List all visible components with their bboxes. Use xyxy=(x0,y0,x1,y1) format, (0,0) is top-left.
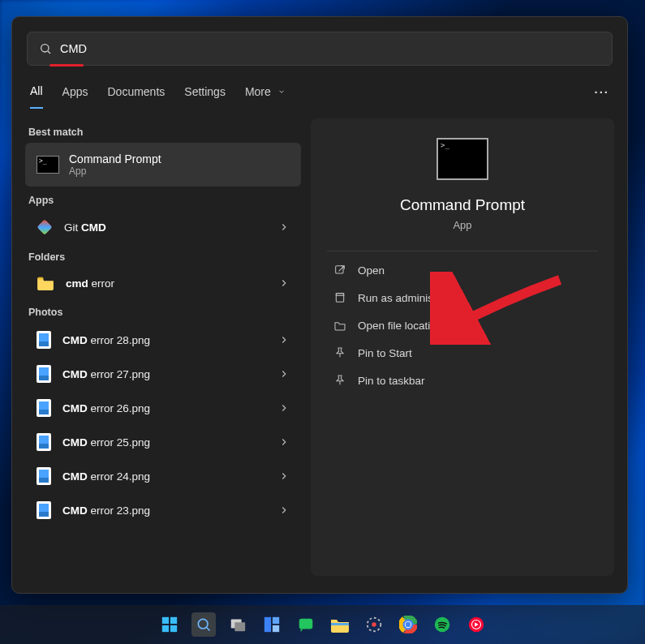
overflow-menu-button[interactable]: ··· xyxy=(594,85,609,109)
chevron-right-icon xyxy=(278,402,290,414)
taskbar-app-explorer[interactable] xyxy=(328,612,352,637)
search-query-text: CMD xyxy=(60,42,87,55)
svg-rect-4 xyxy=(336,266,343,273)
action-pin-to-taskbar[interactable]: Pin to taskbar xyxy=(327,367,598,394)
result-label: CMD error 23.png xyxy=(62,504,267,517)
taskbar-app-chrome[interactable] xyxy=(396,612,420,637)
chevron-right-icon xyxy=(278,504,290,516)
detail-title: Command Prompt xyxy=(400,196,525,214)
command-prompt-icon xyxy=(37,156,59,174)
shield-icon xyxy=(333,291,346,304)
image-file-icon xyxy=(37,467,51,485)
folder-icon xyxy=(330,616,350,633)
action-run-as-administrator[interactable]: Run as administrator xyxy=(327,284,598,311)
taskbar-app-generic[interactable] xyxy=(362,612,386,637)
photo-result[interactable]: CMD error 23.png xyxy=(25,493,301,527)
taskbar-app-spotify[interactable] xyxy=(430,612,454,637)
svg-rect-7 xyxy=(161,617,168,624)
section-apps: Apps xyxy=(25,187,301,211)
svg-rect-10 xyxy=(170,625,176,632)
svg-rect-16 xyxy=(272,617,278,624)
chrome-icon xyxy=(399,616,417,633)
detail-pane: Command Prompt App Open Run as administr… xyxy=(311,118,614,576)
section-best-match: Best match xyxy=(25,118,301,143)
result-label: CMD error 24.png xyxy=(62,470,267,483)
svg-rect-18 xyxy=(299,619,312,629)
circle-dots-icon xyxy=(365,616,383,633)
result-label: CMD error 28.png xyxy=(62,334,267,346)
filter-tabs: All Apps Documents Settings More ··· xyxy=(12,67,627,109)
tab-apps[interactable]: Apps xyxy=(62,85,88,108)
task-view-button[interactable] xyxy=(226,612,250,637)
chevron-right-icon xyxy=(278,277,290,289)
divider xyxy=(327,251,598,251)
result-label: CMD error 25.png xyxy=(62,436,267,449)
chevron-right-icon xyxy=(278,368,290,380)
command-prompt-icon xyxy=(436,138,488,180)
git-icon xyxy=(33,216,56,238)
action-open[interactable]: Open xyxy=(327,256,598,284)
svg-rect-6 xyxy=(336,294,343,296)
result-label: cmd error xyxy=(66,277,267,290)
app-result-git-cmd[interactable]: Git CMD xyxy=(25,211,301,243)
best-match-result[interactable]: Command Prompt App xyxy=(25,143,301,187)
section-photos: Photos xyxy=(25,298,301,323)
taskbar xyxy=(0,605,645,644)
task-view-icon xyxy=(229,616,247,633)
section-folders: Folders xyxy=(25,243,301,268)
photo-result[interactable]: CMD error 24.png xyxy=(25,459,301,493)
search-input[interactable]: CMD xyxy=(27,32,613,66)
svg-rect-17 xyxy=(272,625,278,632)
photo-result[interactable]: CMD error 28.png xyxy=(25,323,301,357)
action-label: Pin to taskbar xyxy=(358,375,425,387)
svg-rect-3 xyxy=(37,220,53,235)
best-match-subtitle: App xyxy=(69,165,161,177)
image-file-icon xyxy=(37,365,51,383)
tab-all[interactable]: All xyxy=(30,84,43,109)
svg-point-21 xyxy=(372,622,376,627)
results-column: Best match Command Prompt App Apps Git C… xyxy=(25,118,301,576)
taskbar-app-chat[interactable] xyxy=(294,612,318,637)
svg-rect-9 xyxy=(161,625,168,632)
result-label: CMD error 27.png xyxy=(62,368,267,380)
detail-subtitle: App xyxy=(453,219,471,231)
start-button[interactable] xyxy=(157,612,182,637)
pin-icon xyxy=(333,374,346,387)
chat-icon xyxy=(297,616,315,633)
image-file-icon xyxy=(37,399,51,417)
chevron-down-icon xyxy=(277,88,286,96)
photo-result[interactable]: CMD error 26.png xyxy=(25,391,301,425)
action-label: Pin to Start xyxy=(358,347,412,359)
tab-documents[interactable]: Documents xyxy=(107,85,165,108)
folder-icon xyxy=(333,319,346,332)
svg-rect-19 xyxy=(331,623,349,625)
svg-line-1 xyxy=(48,51,50,54)
action-pin-to-start[interactable]: Pin to Start xyxy=(327,339,598,367)
svg-point-11 xyxy=(198,619,208,629)
pin-icon xyxy=(333,346,346,359)
svg-rect-8 xyxy=(170,617,176,624)
widgets-button[interactable] xyxy=(260,612,284,637)
photo-result[interactable]: CMD error 27.png xyxy=(25,357,301,391)
taskbar-search-button[interactable] xyxy=(191,612,216,637)
open-icon xyxy=(333,264,346,277)
image-file-icon xyxy=(37,331,51,349)
taskbar-app-youtube-music[interactable] xyxy=(464,612,488,637)
search-icon xyxy=(196,616,212,633)
image-file-icon xyxy=(37,433,51,451)
youtube-music-icon xyxy=(467,616,485,633)
windows-icon xyxy=(161,616,178,633)
result-label: CMD error 26.png xyxy=(62,402,267,414)
action-label: Open xyxy=(358,264,385,277)
svg-line-12 xyxy=(206,628,209,631)
tab-more[interactable]: More xyxy=(245,85,286,108)
spotify-icon xyxy=(433,616,451,633)
action-label: Open file location xyxy=(358,320,442,332)
svg-point-0 xyxy=(41,45,49,52)
photo-result[interactable]: CMD error 25.png xyxy=(25,425,301,459)
action-open-file-location[interactable]: Open file location xyxy=(327,311,598,339)
result-label: Git CMD xyxy=(64,221,267,234)
widgets-icon xyxy=(263,616,281,633)
folder-result-cmd-error[interactable]: cmd error xyxy=(25,268,301,298)
tab-settings[interactable]: Settings xyxy=(184,85,226,108)
